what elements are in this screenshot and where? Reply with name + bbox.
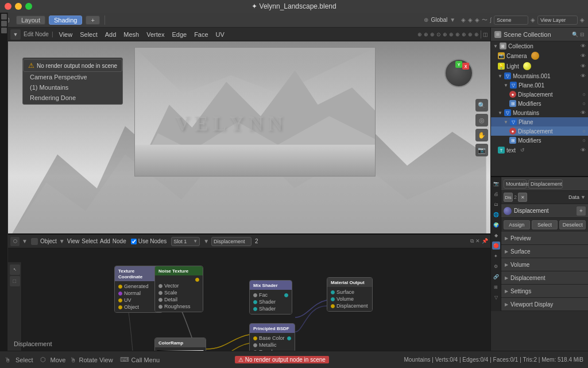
select-menu[interactable]: Select — [77, 31, 100, 38]
shading-tab[interactable]: Shading — [49, 16, 82, 25]
outliner-filter-icon[interactable]: ⊟ — [580, 32, 585, 37]
constraint-props-icon[interactable]: 🔗 — [492, 273, 500, 281]
dis-tab[interactable]: Dis — [504, 193, 513, 202]
displacement-item-1[interactable]: ● Displacement ○ — [491, 90, 588, 99]
mountains-item[interactable]: ▼ ▽ Mountains 👁 — [491, 108, 588, 117]
orientation-gizmo[interactable]: X Y — [444, 59, 473, 87]
face-menu[interactable]: Face — [191, 31, 211, 38]
color-ramp-node[interactable]: ColorRamp Fac Color Alpha — [154, 338, 206, 351]
modifier2-eye[interactable]: ○ — [583, 137, 586, 143]
scene-props-icon[interactable]: 🌐 — [492, 210, 500, 218]
modifier-props-icon[interactable]: ⊞ — [492, 283, 500, 291]
node-view-menu[interactable]: View — [67, 238, 80, 244]
mix-node-2[interactable]: Principled BSDF Base Color Metallic Roug… — [249, 323, 295, 351]
camera-item[interactable]: 📷 Camera 👁 — [491, 51, 588, 61]
mountains001-eye[interactable]: 👁 — [581, 73, 586, 79]
zoom-icon[interactable]: 🔍 — [475, 99, 488, 112]
object-props-icon[interactable]: ◆ — [492, 231, 500, 239]
noise-texture-node[interactable]: Noise Texture Vector Scale Detail Roughn… — [154, 266, 203, 312]
node-editor-type-icon[interactable]: ⬡ — [10, 237, 20, 246]
plane001-icon: ▽ — [510, 82, 517, 89]
delete-slot-btn[interactable]: ✕ — [518, 193, 527, 202]
mountains001-item[interactable]: ▼ ▽ Mountains.001 👁 — [491, 71, 588, 80]
output-props-icon[interactable]: 🖨 — [492, 190, 500, 198]
view-layer-props-icon[interactable]: 🗂 — [492, 200, 500, 208]
camera-icon[interactable]: 📷 — [475, 144, 488, 156]
maximize-button[interactable] — [25, 3, 32, 10]
mix-node-1[interactable]: Mix Shader Fac Shader Shader — [249, 280, 292, 315]
camera-eye[interactable]: 👁 — [581, 53, 586, 59]
collection-item[interactable]: ▼ ⊞ Collection 👁 — [491, 41, 588, 51]
physics-props-icon[interactable]: ⚙ — [492, 262, 500, 270]
mountains-label-field[interactable]: Mountains — [504, 179, 527, 189]
scene-collection-label: Scene Collection — [504, 31, 551, 38]
pan-icon[interactable]: ✋ — [475, 129, 488, 141]
node-add-menu[interactable]: Add — [100, 238, 110, 244]
material-output-node[interactable]: Material Output Surface Volume Displacem… — [327, 277, 373, 312]
copy-node-btn[interactable]: ⧉ — [470, 238, 474, 244]
deselect-button[interactable]: Deselect — [559, 220, 586, 229]
view-layer-field[interactable]: View Layer — [540, 17, 566, 23]
edge-menu[interactable]: Edge — [169, 31, 189, 38]
assign-button[interactable]: Assign — [504, 220, 530, 229]
orbit-icon[interactable]: ◎ — [475, 114, 488, 126]
rendering-done-item[interactable]: Rendering Done — [23, 93, 122, 103]
select-button[interactable]: Select — [532, 220, 558, 229]
context-menu: ⚠ No render output node in scene Camera … — [22, 57, 123, 105]
add-workspace-button[interactable]: + — [86, 16, 99, 25]
scene-field[interactable]: Scene — [497, 17, 512, 23]
delete-node-btn[interactable]: ✕ — [475, 238, 480, 244]
plane001-item[interactable]: ▼ ▽ Plane.001 — [491, 80, 588, 90]
displacement-item-2[interactable]: ● Displacement ○ — [491, 126, 588, 136]
viewport-display-header[interactable]: ▶ Viewport Display — [501, 298, 588, 310]
render-props-icon[interactable]: 📷 — [492, 179, 500, 187]
pin-node-btn[interactable]: 📌 — [482, 238, 488, 244]
text-item[interactable]: T text ↺ 👁 — [491, 145, 588, 155]
settings-header[interactable]: ▶ Settings — [501, 285, 588, 297]
camera-perspective-item[interactable]: Camera Perspective — [23, 72, 122, 82]
node-select-menu[interactable]: Select — [82, 238, 98, 244]
mesh-menu[interactable]: Mesh — [121, 31, 142, 38]
preview-header[interactable]: ▶ Preview — [501, 232, 588, 244]
modifiers-item-2[interactable]: ⊞ Modifiers ○ — [491, 136, 588, 145]
minimize-button[interactable] — [15, 3, 22, 10]
light-eye[interactable]: 👁 — [581, 63, 586, 69]
surface-header[interactable]: ▶ Surface — [501, 245, 588, 258]
material-add-btn[interactable]: + — [577, 206, 586, 216]
node-node-menu[interactable]: Node — [113, 238, 126, 244]
volume-header[interactable]: ▶ Volume — [501, 258, 588, 271]
material-props-icon[interactable]: 🔴 — [492, 241, 500, 250]
slot-selector[interactable]: Slot 1 ▼ — [171, 237, 200, 246]
mountains-eye[interactable]: 👁 — [581, 110, 586, 116]
mountains-item[interactable]: (1) Mountains — [23, 82, 122, 93]
node-canvas[interactable]: ↖ ⬚ — [8, 248, 490, 351]
use-nodes-checkbox[interactable] — [131, 239, 137, 244]
mountains-icon: ▽ — [504, 109, 511, 116]
data-props-icon[interactable]: ▽ — [492, 293, 500, 301]
window-controls[interactable] — [5, 3, 32, 10]
material-selector-field[interactable]: Displacement — [211, 237, 252, 246]
outliner-search-icon[interactable]: 🔍 — [572, 32, 578, 37]
modifier1-eye[interactable]: ○ — [583, 101, 586, 106]
displacement-field[interactable]: Displacement — [528, 179, 563, 189]
light-item[interactable]: 💡 Light 👁 — [491, 61, 588, 71]
vertex-menu[interactable]: Vertex — [144, 31, 167, 38]
modifiers-item-1[interactable]: ⊞ Modifiers ○ — [491, 99, 588, 108]
displacement1-eye[interactable]: ○ — [583, 91, 586, 97]
plane-item[interactable]: ▼ ▽ Plane — [491, 117, 588, 126]
object-mode-btn[interactable]: ▼ — [10, 29, 21, 40]
view-menu[interactable]: View — [56, 31, 76, 38]
uv-menu[interactable]: UV — [213, 31, 227, 38]
warning-icon: ⚠ — [28, 62, 34, 70]
collection-eye[interactable]: 👁 — [581, 43, 586, 49]
select-tool[interactable]: ↖ — [10, 264, 20, 275]
displacement-header[interactable]: ▶ Displacement — [501, 271, 588, 284]
box-select-tool[interactable]: ⬚ — [10, 276, 20, 286]
particle-props-icon[interactable]: ✦ — [492, 252, 500, 260]
close-button[interactable] — [5, 3, 11, 10]
layout-tab[interactable]: Layout — [16, 16, 45, 25]
text-eye[interactable]: 👁 — [581, 147, 586, 153]
add-menu[interactable]: Add — [102, 31, 119, 38]
world-props-icon[interactable]: 🌍 — [492, 221, 500, 229]
displacement2-eye[interactable]: ○ — [583, 128, 586, 134]
